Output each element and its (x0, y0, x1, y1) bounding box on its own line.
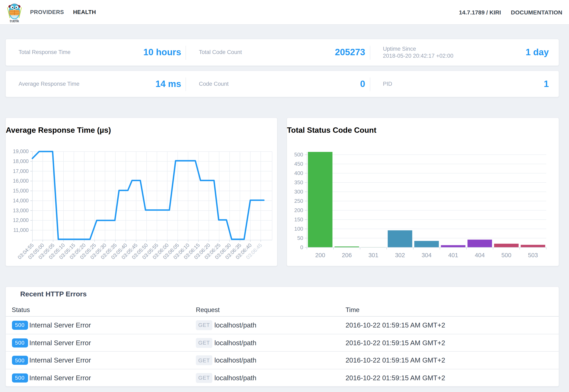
top-navbar: træfik PROVIDERSHEALTH 14.7.1789 / KIRI … (0, 0, 569, 25)
error-row: 500Internal Server ErrorGETlocalhost/pat… (6, 369, 559, 387)
line-chart-title: Average Response Time (µs) (6, 126, 277, 135)
stat-value: 10 hours (143, 47, 181, 58)
errors-table-body: 500Internal Server ErrorGETlocalhost/pat… (6, 317, 559, 387)
status-code-badge: 500 (12, 338, 28, 347)
svg-text:150: 150 (294, 216, 303, 223)
svg-text:200: 200 (315, 252, 325, 258)
bar-chart-title: Total Status Code Count (287, 126, 559, 135)
error-time: 2016-10-22 01:59:15 AM GMT+2 (345, 321, 445, 329)
svg-text:0: 0 (300, 244, 303, 251)
svg-text:200: 200 (294, 207, 303, 213)
status-code-bar-chart: 0501001502002503003504004505002002063013… (287, 140, 559, 266)
svg-text:19,000: 19,000 (13, 148, 29, 154)
error-row: 500Internal Server ErrorGETlocalhost/pat… (6, 317, 559, 334)
recent-http-errors-card: Recent HTTP Errors Status Request Time 5… (5, 286, 559, 387)
svg-text:450: 450 (294, 161, 303, 167)
error-time: 2016-10-22 01:59:15 AM GMT+2 (345, 339, 445, 347)
stat-label: Total Code Count (199, 49, 242, 56)
stat-value: 1 day (526, 47, 549, 58)
svg-text:500: 500 (294, 152, 303, 158)
stat-label: PID (383, 80, 392, 88)
stat-uptime-since: Uptime Since2018-05-20 20:42:17 +02:001 … (370, 39, 559, 66)
svg-text:13,000: 13,000 (13, 208, 29, 213)
svg-text:500: 500 (501, 252, 511, 258)
request-path: localhost/path (214, 339, 256, 347)
stat-value: 0 (360, 79, 365, 89)
svg-text:18,000: 18,000 (13, 158, 29, 164)
svg-text:250: 250 (294, 198, 303, 204)
traefik-logo[interactable]: træfik (6, 1, 23, 23)
status-code-badge: 500 (12, 321, 28, 330)
stat-value: 205273 (335, 47, 365, 58)
documentation-link[interactable]: DOCUMENTATION (511, 9, 562, 15)
svg-text:401: 401 (448, 252, 458, 258)
stat-value: 1 (544, 79, 549, 89)
stat-total-response-time: Total Response Time10 hours (6, 39, 186, 66)
stat-label: Total Response Time (19, 49, 71, 56)
svg-text:300: 300 (294, 189, 303, 195)
response-time-chart-card: Average Response Time (µs) 11,00012,0001… (5, 117, 277, 266)
response-time-line-chart: 11,00012,00013,00014,00015,00016,00017,0… (6, 140, 278, 266)
stat-total-code-count: Total Code Count205273 (186, 39, 370, 66)
status-code-badge: 500 (12, 373, 28, 382)
svg-text:503: 503 (528, 252, 538, 258)
method-badge: GET (196, 373, 212, 383)
col-time: Time (345, 306, 359, 314)
svg-text:404: 404 (475, 252, 485, 258)
svg-text:15,000: 15,000 (13, 188, 29, 194)
col-status: Status (12, 306, 30, 314)
status-code-badge: 500 (12, 356, 28, 365)
stat-value: 14 ms (156, 79, 181, 89)
stat-sublabel: 2018-05-20 20:42:17 +02:00 (383, 52, 453, 60)
svg-text:301: 301 (369, 252, 378, 258)
error-time: 2016-10-22 01:59:15 AM GMT+2 (345, 374, 445, 382)
stat-label: Uptime Since2018-05-20 20:42:17 +02:00 (383, 45, 453, 60)
col-request: Request (196, 306, 220, 314)
stats-row-primary: Total Response Time10 hoursTotal Code Co… (5, 39, 559, 66)
status-code-chart-card: Total Status Code Count 0501001502002503… (286, 117, 559, 266)
svg-text:12,000: 12,000 (13, 217, 29, 223)
request-path: localhost/path (214, 374, 256, 382)
svg-text:350: 350 (294, 179, 303, 185)
stats-row-secondary: Average Response Time14 msCode Count0PID… (5, 70, 559, 97)
request-path: localhost/path (214, 321, 256, 329)
svg-text:50: 50 (297, 235, 303, 241)
svg-text:100: 100 (294, 226, 303, 232)
status-text: Internal Server Error (29, 321, 91, 329)
stat-pid: PID1 (370, 71, 559, 97)
stat-code-count: Code Count0 (186, 71, 370, 97)
svg-text:14,000: 14,000 (13, 198, 29, 203)
error-row: 500Internal Server ErrorGETlocalhost/pat… (6, 352, 559, 369)
main-nav: PROVIDERSHEALTH (30, 9, 96, 15)
error-time: 2016-10-22 01:59:15 AM GMT+2 (345, 356, 445, 364)
svg-text:16,000: 16,000 (13, 178, 29, 184)
svg-text:206: 206 (342, 252, 352, 258)
errors-table-title: Recent HTTP Errors (20, 290, 86, 298)
svg-text:17,000: 17,000 (13, 168, 29, 174)
nav-item-health[interactable]: HEALTH (73, 9, 96, 15)
svg-text:400: 400 (294, 170, 303, 176)
status-text: Internal Server Error (29, 339, 91, 347)
stat-label: Average Response Time (19, 80, 79, 88)
status-text: Internal Server Error (29, 374, 91, 382)
method-badge: GET (196, 320, 212, 330)
request-path: localhost/path (214, 356, 256, 364)
method-badge: GET (196, 355, 212, 365)
version-label: 14.7.1789 / KIRI (459, 9, 501, 15)
error-row: 500Internal Server ErrorGETlocalhost/pat… (6, 334, 559, 352)
status-text: Internal Server Error (29, 356, 91, 364)
traefik-health-dashboard: træfik PROVIDERSHEALTH 14.7.1789 / KIRI … (0, 0, 569, 392)
logo-caption: træfik (10, 19, 19, 23)
nav-item-providers[interactable]: PROVIDERS (30, 9, 64, 15)
errors-table-header: Status Request Time (6, 304, 559, 317)
svg-text:11,000: 11,000 (13, 227, 29, 233)
stat-label: Code Count (199, 80, 229, 88)
stat-average-response-time: Average Response Time14 ms (6, 71, 186, 97)
traefik-gopher-icon (6, 1, 23, 20)
svg-text:302: 302 (395, 252, 405, 258)
svg-text:304: 304 (422, 252, 431, 258)
method-badge: GET (196, 338, 212, 348)
